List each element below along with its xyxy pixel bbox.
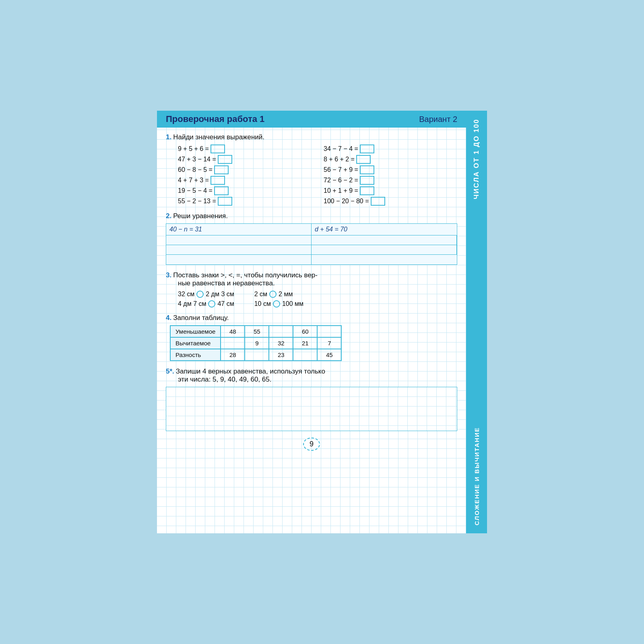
task-5-number: 5*.: [166, 367, 174, 375]
answer-box[interactable]: [218, 155, 232, 164]
task-4-title: Заполни таблицу.: [173, 314, 229, 322]
task-4-header: 4. Заполни таблицу.: [166, 314, 457, 322]
expr-right-1: 34 − 7 − 4 =: [324, 144, 457, 153]
expr-right-5: 10 + 1 + 9 =: [324, 186, 457, 195]
compare-right-2: 2 мм: [279, 291, 293, 298]
sidebar-text-bottom: СЛОЖЕНИЕ И ВЫЧИТАНИЕ: [473, 423, 480, 529]
expr-left-4: 4 + 7 + 3 =: [178, 176, 312, 185]
task-3: 3. Поставь знаки >, <, =, чтобы получили…: [166, 271, 457, 308]
eq-empty: [312, 255, 457, 264]
expr-text: 4 + 7 + 3 =: [178, 177, 209, 184]
expr-text: 100 − 20 − 80 =: [324, 198, 369, 205]
answer-box[interactable]: [214, 186, 229, 195]
page-header: Проверочная работа 1 Вариант 2: [157, 111, 466, 128]
header-variant: Вариант 2: [419, 115, 457, 124]
answer-box[interactable]: [211, 176, 225, 185]
table-header-r2: Вычитаемое: [170, 337, 221, 349]
task-5-title: Запиши 4 верных равенства, используя тол…: [176, 367, 325, 375]
header-title: Проверочная работа 1: [166, 114, 264, 124]
compare-circle-1[interactable]: [196, 291, 204, 298]
table-cell-r2-4[interactable]: 21: [293, 337, 317, 349]
table-cell-r3-2[interactable]: [245, 349, 269, 361]
task-5-title2: эти числа: 5, 9, 40, 49, 60, 65.: [178, 376, 271, 383]
compare-right-4: 100 мм: [282, 300, 303, 308]
page-wrapper: Проверочная работа 1 Вариант 2 1. Найди …: [157, 111, 487, 533]
compare-row-1: 32 см 2 дм 3 см 2 см 2 мм: [178, 291, 457, 298]
compare-left-3: 4 дм 7 см: [178, 300, 206, 308]
expr-text: 60 − 8 − 5 =: [178, 166, 213, 173]
compare-item-4: 10 см 100 мм: [254, 300, 303, 308]
answer-box[interactable]: [211, 144, 225, 153]
task-2: 2. Реши уравнения. 40 − n = 31 d + 54 = …: [166, 212, 457, 265]
task-2-title: Реши уравнения.: [173, 212, 228, 220]
task-2-header: 2. Реши уравнения.: [166, 212, 457, 220]
expr-text: 72 − 6 − 2 =: [324, 177, 358, 184]
task-1-title: Найди значения выражений.: [173, 133, 264, 141]
expr-left-3: 60 − 8 − 5 =: [178, 165, 312, 174]
expr-text: 47 + 3 − 14 =: [178, 156, 216, 163]
expr-right-3: 56 − 7 + 9 =: [324, 165, 457, 174]
table-cell-h4[interactable]: 60: [293, 326, 317, 337]
eq-empty: [312, 235, 457, 245]
answer-box[interactable]: [360, 186, 374, 195]
table-cell-h2[interactable]: 55: [245, 326, 269, 337]
equation-grid: 40 − n = 31 d + 54 = 70: [166, 223, 457, 265]
table-cell-h5[interactable]: [317, 326, 341, 337]
sidebar: ЧИСЛА ОТ 1 ДО 100 СЛОЖЕНИЕ И ВЫЧИТАНИЕ: [466, 111, 487, 533]
task-1: 1. Найди значения выражений. 9 + 5 + 6 =…: [166, 133, 457, 206]
answer-box[interactable]: [218, 197, 232, 206]
expressions-grid: 9 + 5 + 6 = 34 − 7 − 4 = 47 + 3 − 14 = 8…: [178, 144, 457, 206]
answer-box[interactable]: [360, 165, 374, 174]
expr-text: 34 − 7 − 4 =: [324, 145, 358, 153]
compare-left-1: 32 см: [178, 291, 194, 298]
answer-box[interactable]: [356, 155, 371, 164]
table-cell-r2-3[interactable]: 32: [269, 337, 293, 349]
task-3-title2: ные равенства и неравенства.: [178, 279, 275, 287]
compare-circle-2[interactable]: [269, 291, 277, 298]
table-cell-h1[interactable]: 48: [221, 326, 245, 337]
expr-left-2: 47 + 3 − 14 =: [178, 155, 312, 164]
table-row-3: Разность 28 23 45: [170, 349, 341, 361]
expr-right-2: 8 + 6 + 2 =: [324, 155, 457, 164]
expr-text: 10 + 1 + 9 =: [324, 187, 358, 194]
table-row-header: Уменьшаемое 48 55 60: [170, 326, 341, 337]
table-cell-r2-5[interactable]: 7: [317, 337, 341, 349]
eq-empty: [166, 245, 312, 255]
eq-empty: [166, 255, 312, 264]
table-cell-r2-2[interactable]: 9: [245, 337, 269, 349]
table-cell-r2-1[interactable]: [221, 337, 245, 349]
answer-box[interactable]: [360, 176, 374, 185]
table-cell-r3-1[interactable]: 28: [221, 349, 245, 361]
task-5-header: 5*. Запиши 4 верных равенства, используя…: [166, 367, 457, 384]
eq-cell-2: d + 54 = 70: [312, 224, 457, 235]
answer-box[interactable]: [360, 144, 374, 153]
task-4-number: 4.: [166, 314, 171, 322]
expr-right-6: 100 − 20 − 80 =: [324, 197, 457, 206]
task-4: 4. Заполни таблицу. Уменьшаемое 48 55 60…: [166, 314, 457, 361]
table-cell-h3[interactable]: [269, 326, 293, 337]
fill-table: Уменьшаемое 48 55 60 Вычитаемое 9 32 21 …: [170, 325, 342, 361]
compare-circle-3[interactable]: [208, 300, 215, 308]
task-5-grid: [166, 387, 457, 431]
compare-row-2: 4 дм 7 см 47 см 10 см 100 мм: [178, 300, 457, 308]
task-5: 5*. Запиши 4 верных равенства, используя…: [166, 367, 457, 431]
expr-left-6: 55 − 2 − 13 =: [178, 197, 312, 206]
expr-text: 9 + 5 + 6 =: [178, 145, 209, 153]
table-cell-r3-3[interactable]: 23: [269, 349, 293, 361]
expr-text: 8 + 6 + 2 =: [324, 156, 355, 163]
compare-circle-4[interactable]: [273, 300, 280, 308]
compare-left-2: 2 см: [254, 291, 267, 298]
compare-right-3: 47 см: [217, 300, 234, 308]
answer-box[interactable]: [214, 165, 229, 174]
expr-text: 56 − 7 + 9 =: [324, 166, 358, 173]
compare-item-3: 4 дм 7 см 47 см: [178, 300, 234, 308]
compare-section: 32 см 2 дм 3 см 2 см 2 мм 4 дм 7 см 47: [178, 291, 457, 308]
table-cell-r3-5[interactable]: 45: [317, 349, 341, 361]
table-cell-r3-4[interactable]: [293, 349, 317, 361]
answer-box[interactable]: [371, 197, 385, 206]
expr-left-1: 9 + 5 + 6 =: [178, 144, 312, 153]
task-1-number: 1.: [166, 133, 171, 141]
page-number-container: 9: [166, 438, 457, 451]
compare-item-1: 32 см 2 дм 3 см: [178, 291, 234, 298]
expr-text: 19 − 5 − 4 =: [178, 187, 213, 194]
